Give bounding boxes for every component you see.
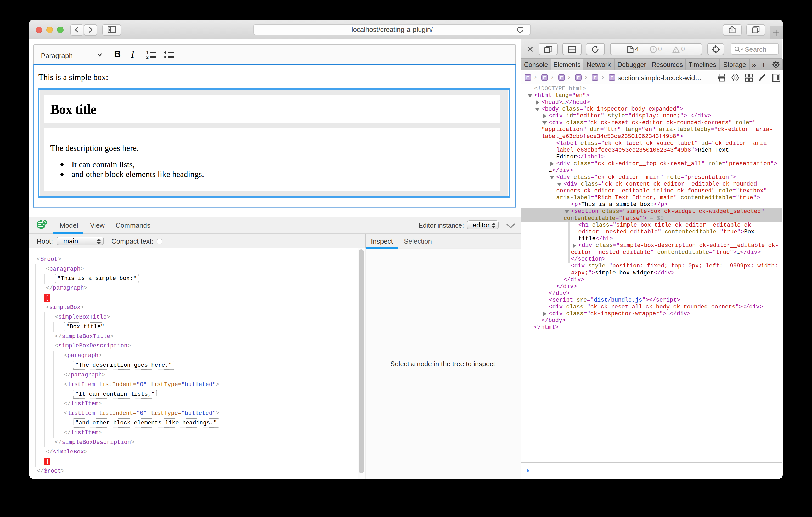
svg-text:2: 2	[146, 55, 149, 59]
svg-text:5: 5	[44, 220, 46, 224]
svg-text:1: 1	[146, 51, 149, 55]
